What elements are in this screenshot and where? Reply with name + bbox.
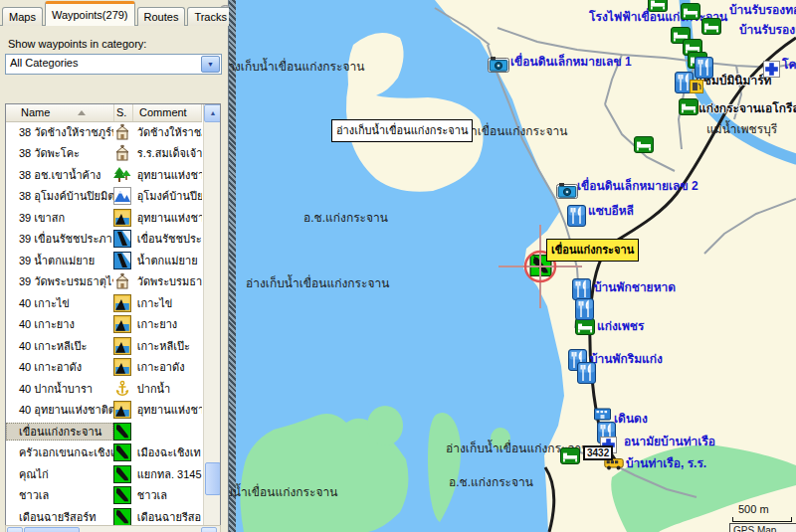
waypoint-comment: เกาะหลีเป๊ะ [132, 337, 202, 355]
waypoint-name: 40 เกาะไข่ [6, 294, 113, 312]
waypoint-row[interactable]: คุณไก่ แยกทล. 3145 [6, 463, 202, 485]
scenic-icon [113, 337, 132, 355]
green-island-shape [367, 406, 403, 445]
waypoint-row[interactable]: ชาวเล ชาวเล [6, 485, 202, 507]
waypoint-comment: ร.ร.สมเด็จเจ้า [132, 144, 202, 162]
column-header-name[interactable]: Name [6, 104, 114, 121]
chevron-down-icon[interactable]: ▼ [201, 56, 220, 73]
waypoint-name: ครัวเอกเขนกฉะเชิงเทรา [6, 443, 113, 461]
dam-blue-icon [113, 230, 132, 248]
scroll-up-icon[interactable]: ▲ [204, 104, 221, 122]
building-icon[interactable] [594, 408, 611, 421]
tab-routes[interactable]: Routes [137, 7, 186, 26]
scale-bar [732, 517, 792, 522]
waypoint-name: เดือนฉายรีสอร์ท [6, 508, 113, 526]
highway-shield: 3432 [583, 445, 613, 460]
waypoint-row[interactable]: 40 เกาะไข่ เกาะไข่ [6, 292, 202, 314]
waypoint-row[interactable]: 38 อุโมงค์บ้านปิยมิตร อุโมงค์บ้านปีย [6, 186, 202, 208]
tab-bar: Maps Waypoints(279) Routes Tracks [2, 0, 236, 26]
column-header-comment[interactable]: Comment [133, 104, 202, 121]
waypoint-name: ชาวเล [6, 486, 113, 504]
vertical-scrollbar[interactable]: ▲ ▼ [203, 104, 220, 532]
waypoint-row[interactable]: 40 อุทยานแห่งชาติตะ... อุทยานแห่งชา [6, 400, 202, 422]
waypoint-row[interactable]: 40 เกาะหลีเป๊ะ เกาะหลีเป๊ะ [6, 335, 202, 357]
hotel-icon[interactable] [648, 0, 668, 12]
waypoint-row[interactable]: 39 วัดพระบรมธาตุไช... วัดพระบรมธา [6, 271, 202, 293]
hotel-icon[interactable] [681, 3, 700, 20]
waypoint-name: คุณไก่ [6, 465, 113, 483]
tab-tracks[interactable]: Tracks [187, 7, 234, 26]
waypoint-name: 40 เกาะยาง [6, 315, 113, 333]
scroll-right-icon[interactable]: ► [201, 527, 217, 532]
map-label: เดินดง [614, 409, 648, 428]
column-header-symbol[interactable]: S. [114, 104, 133, 121]
waypoint-name: 38 อช.เขาน้ำค้าง [6, 166, 113, 184]
horizontal-scrollbar[interactable]: ◄ ► [5, 525, 221, 532]
waypoint-comment: วัดช้างให้ราชภู [132, 123, 202, 141]
map-label: แซบอีหลี [588, 201, 634, 220]
waypoint-comment: อุโมงค์บ้านปีย [132, 187, 202, 205]
waypoint-name: 38 อุโมงค์บ้านปิยมิตร [6, 187, 113, 205]
hotel-icon[interactable] [560, 447, 580, 464]
waypoint-rows: 38 วัดช้างให้ราชภูร์บูร... วัดช้างให้ราช… [6, 121, 202, 532]
map-label: แม่น้ำเพชรบุรี [706, 119, 777, 138]
map-label: แก่งเพชร [597, 316, 644, 335]
tab-maps[interactable]: Maps [2, 7, 43, 26]
scroll-left-icon[interactable]: ◄ [7, 527, 23, 532]
hospital-icon[interactable] [763, 61, 780, 78]
camera-icon[interactable] [488, 56, 509, 73]
dam-green-icon [113, 443, 132, 461]
vertical-scroll-thumb[interactable] [205, 462, 221, 495]
scenic-icon [113, 401, 132, 419]
waypoint-row[interactable]: เขื่อนแก่งกระจาน [6, 421, 202, 443]
hotel-icon[interactable] [701, 18, 721, 35]
green-island-shape [428, 413, 461, 522]
restaurant-icon[interactable] [695, 57, 713, 79]
waypoint-comment: เกาะไข่ [132, 294, 202, 312]
waypoint-name: 39 วัดพระบรมธาตุไช... [6, 272, 113, 290]
waypoint-row[interactable]: 39 น้ำตกแม่ยาย น้ำตกแม่ยาย [6, 250, 202, 271]
hotel-icon[interactable] [575, 318, 595, 335]
waypoint-row[interactable]: 40 เกาะอาดัง เกาะอาดัง [6, 357, 202, 379]
hotel-icon[interactable] [634, 136, 654, 153]
waypoint-name: 39 เขื่อนรัชชประภา [6, 230, 113, 248]
park-icon [113, 166, 132, 184]
camera-icon[interactable] [556, 182, 578, 199]
map-view[interactable]: อ่างเก็บน้ำเขื่อนแก่งกระจาน เขื่อนแก่งกร… [229, 0, 796, 532]
crosshair-icon [498, 225, 582, 308]
waypoint-row[interactable]: 38 วัดช้างให้ราชภูร์บูร... วัดช้างให้ราช… [6, 121, 202, 143]
map-label: อ่างเก็บน้ำเขื่อนแก่งกระจาน [246, 273, 389, 292]
waypoint-row[interactable]: ครัวเอกเขนกฉะเชิงเทรา เมืองฉะเชิงเท [6, 443, 202, 464]
waypoint-table: Name S. Comment 38 วัดช้างให้ราชภูร์บูร.… [5, 103, 221, 532]
map-label: อ่างเก็บน้ำเขื่อนแก่งกระจาน [229, 482, 337, 501]
dam-blue-icon [113, 252, 132, 269]
map-label: แก่งกระจานเอโกรีสอร์ท [698, 98, 796, 117]
waypoint-comment: วัดพระบรมธา [132, 272, 202, 290]
category-dropdown[interactable]: All Categories ▼ [5, 54, 222, 75]
waypoint-row[interactable]: 38 วัดพะโคะ ร.ร.สมเด็จเจ้า [6, 143, 202, 165]
scenic-icon [113, 294, 132, 312]
map-label: อ.ช.แก่งกระจาน [449, 472, 533, 491]
dam-green-icon [113, 508, 132, 526]
restaurant-icon[interactable] [577, 362, 596, 384]
waypoint-comment: เขื่อนรัชชประ [132, 230, 202, 248]
gas-icon[interactable] [690, 80, 703, 93]
waypoint-row[interactable]: 38 อช.เขาน้ำค้าง อุทยานแห่งชา [6, 164, 202, 186]
column-header-name-label: Name [21, 106, 50, 118]
waypoint-comment: อุทยานแห่งชา [132, 209, 202, 227]
waypoint-row[interactable]: 40 ปากน้ำบารา ปากน้ำ [6, 378, 202, 400]
waypoint-row[interactable]: 39 เขื่อนรัชชประภา เขื่อนรัชชประ [6, 229, 202, 251]
mountain-icon [113, 187, 132, 205]
hotel-icon[interactable] [679, 98, 698, 115]
tab-waypoints[interactable]: Waypoints(279) [45, 1, 135, 26]
waypoint-row[interactable]: 39 เขาสก อุทยานแห่งชา [6, 207, 202, 229]
horizontal-scroll-thumb[interactable] [24, 527, 80, 532]
waypoint-name: 40 เกาะอาดัง [6, 358, 113, 376]
map-label: อนามัยบ้านท่าเรือ [624, 432, 715, 450]
map-label: เขื่อนดินเล็กหมายเลข 2 [577, 176, 698, 195]
map-label: อ.ช.แก่งกระจาน [303, 208, 388, 227]
waypoint-comment: ชาวเล [132, 486, 202, 504]
restaurant-icon[interactable] [567, 205, 586, 227]
waypoint-comment: อุทยานแห่งชา [132, 166, 202, 184]
waypoint-row[interactable]: 40 เกาะยาง เกาะยาง [6, 314, 202, 336]
